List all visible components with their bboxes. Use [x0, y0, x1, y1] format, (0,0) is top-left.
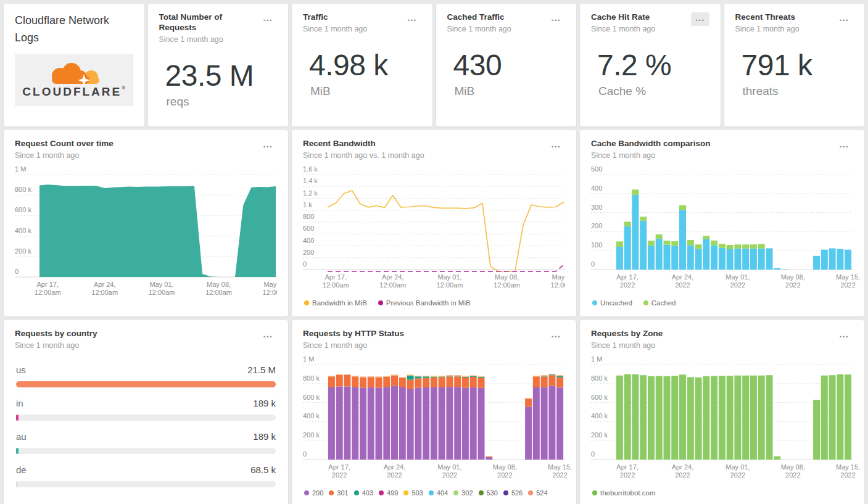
panel-subtitle: Since 1 month ago — [15, 151, 114, 160]
panel-menu-button[interactable]: ... — [835, 329, 853, 342]
legend-item[interactable]: 503 — [403, 489, 423, 497]
cloudflare-wordmark: CLOUDFLARE® — [22, 85, 125, 99]
svg-text:May 08,: May 08, — [781, 463, 805, 471]
country-bar-fill — [16, 481, 18, 487]
panel-menu-button[interactable]: ... — [835, 139, 853, 152]
svg-text:May 01,: May 01, — [725, 463, 750, 471]
brand-panel: Cloudflare Network Logs CLOUDFLARE® — [4, 4, 144, 126]
svg-text:2022: 2022 — [730, 281, 745, 289]
chart-legend: Bandwidth in MiBPrevious Bandwidth in Mi… — [303, 299, 565, 307]
panel-subtitle: Since 1 month ago — [15, 341, 97, 350]
svg-text:0: 0 — [591, 260, 595, 268]
panel-title: Recent Threats — [735, 12, 800, 23]
panel-title: Request Count over time — [15, 139, 114, 149]
kpi-panel-traffic: Traffic Since 1 month ago ... 4.98 k MiB — [292, 4, 432, 126]
legend-label: Previous Bandwidth in MiB — [386, 299, 471, 307]
legend-item[interactable]: 404 — [429, 489, 448, 497]
svg-text:1 M: 1 M — [591, 355, 602, 363]
svg-text:May 01,: May 01, — [150, 281, 174, 288]
chart-panel-request-count: Request Count over time Since 1 month ag… — [4, 130, 288, 316]
legend-label: 530 — [487, 489, 498, 497]
country-row: us21.5 M — [15, 365, 277, 387]
panel-menu-button[interactable]: ... — [835, 12, 853, 26]
svg-text:12:00am: 12:00am — [263, 289, 277, 296]
panel-menu-button[interactable]: ... — [403, 12, 421, 26]
legend-label: 404 — [437, 489, 448, 497]
legend-item[interactable]: 301 — [329, 489, 348, 497]
panel-subtitle: Since 1 month ago — [591, 341, 663, 350]
panel-menu-button[interactable]: ... — [258, 139, 277, 152]
legend-item[interactable]: theburritobot.com — [592, 489, 656, 497]
svg-text:200 k: 200 k — [591, 431, 608, 439]
legend-item[interactable]: Bandwidth in MiB — [304, 299, 367, 307]
legend-item[interactable]: Previous Bandwidth in MiB — [378, 299, 471, 307]
legend-label: Bandwidth in MiB — [312, 299, 367, 307]
legend-item[interactable]: 200 — [304, 489, 323, 497]
country-label: in — [16, 398, 23, 408]
legend-item[interactable]: 530 — [479, 489, 498, 497]
panel-title: Requests by country — [15, 329, 97, 339]
legend-label: Uncached — [600, 299, 632, 307]
legend-dot-icon — [378, 300, 383, 305]
panel-menu-button[interactable]: ... — [547, 329, 565, 342]
svg-text:Apr 24,: Apr 24, — [672, 273, 693, 281]
dashboard-title: Cloudflare Network Logs — [15, 12, 133, 47]
svg-text:400 k: 400 k — [303, 412, 320, 419]
country-row: in189 k — [15, 398, 277, 421]
legend-label: 499 — [387, 489, 398, 497]
cloudflare-cloud-icon — [31, 62, 117, 86]
legend-item[interactable]: 499 — [379, 489, 398, 497]
svg-text:1 k: 1 k — [303, 201, 312, 209]
legend-dot-icon — [503, 490, 508, 495]
panel-subtitle: Since 1 month ago — [735, 25, 800, 33]
chart-panel-recent-bandwidth: Recent Bandwidth Since 1 month ago vs. 1… — [292, 130, 576, 316]
svg-text:800: 800 — [303, 213, 314, 220]
svg-text:500: 500 — [591, 165, 602, 173]
svg-text:May 08,: May 08, — [495, 273, 519, 281]
svg-text:Apr 24,: Apr 24, — [94, 281, 115, 288]
svg-text:Apr 24,: Apr 24, — [672, 463, 693, 471]
svg-text:2022: 2022 — [332, 471, 347, 479]
panel-subtitle: Since 1 month ago — [159, 35, 259, 44]
svg-text:0: 0 — [303, 260, 307, 268]
panel-menu-button[interactable]: ... — [547, 12, 565, 26]
country-bar-track — [16, 381, 276, 387]
country-value: 189 k — [253, 431, 276, 442]
svg-text:2022: 2022 — [387, 471, 402, 479]
chart-legend: UncachedCached — [591, 299, 853, 307]
legend-item[interactable]: 526 — [503, 489, 523, 497]
svg-text:12:00am: 12:00am — [205, 289, 232, 296]
panel-title: Recent Bandwidth — [303, 139, 424, 149]
svg-text:800 k: 800 k — [15, 186, 31, 193]
panel-title: Total Number of Requests — [159, 12, 259, 33]
legend-item[interactable]: 403 — [354, 489, 373, 497]
svg-text:May 15,: May 15, — [548, 463, 572, 471]
legend-item[interactable]: Cached — [643, 299, 676, 307]
chart-panel-http-status: Requests by HTTP Status Since 1 month ag… — [292, 320, 576, 504]
svg-text:400 k: 400 k — [591, 412, 608, 419]
svg-text:Apr 17,: Apr 17, — [328, 463, 350, 471]
legend-item[interactable]: 302 — [453, 489, 473, 497]
panel-subtitle: Since 1 month ago — [303, 25, 367, 33]
kpi-unit: threats — [743, 85, 854, 98]
kpi-value: 430 — [453, 48, 566, 82]
panel-menu-button[interactable]: ... — [258, 329, 277, 342]
svg-text:0: 0 — [591, 450, 595, 458]
kpi-unit: MiB — [310, 85, 421, 98]
svg-text:May 01,: May 01, — [438, 273, 462, 281]
legend-dot-icon — [329, 490, 334, 495]
legend-dot-icon — [354, 490, 359, 495]
legend-item[interactable]: 524 — [528, 489, 547, 497]
panel-title: Traffic — [303, 12, 367, 23]
line-chart: 1.6 k1.4 k1.2 k1 k8006004002000Apr 17,12… — [303, 165, 565, 295]
panel-menu-button[interactable]: ... — [691, 12, 709, 26]
legend-label: 301 — [337, 489, 348, 497]
svg-text:1.6 k: 1.6 k — [303, 165, 318, 173]
panel-menu-button[interactable]: ... — [547, 139, 565, 152]
legend-item[interactable]: Uncached — [592, 299, 632, 307]
country-row: de68.5 k — [15, 465, 277, 487]
legend-dot-icon — [429, 490, 434, 495]
country-bar-fill — [16, 381, 276, 387]
svg-text:600: 600 — [303, 225, 314, 232]
panel-menu-button[interactable]: ... — [258, 12, 277, 26]
